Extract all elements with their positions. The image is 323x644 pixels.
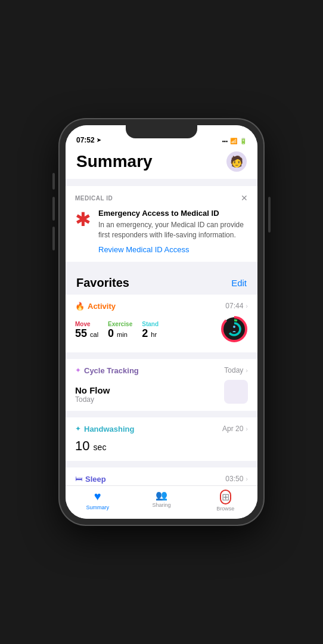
- sharing-label: Sharing: [152, 502, 170, 508]
- cycle-values: No Flow Today: [75, 385, 110, 404]
- activity-ring: [220, 315, 248, 343]
- handwashing-meta: Apr 20 ›: [222, 425, 248, 433]
- move-value: 55 cal: [75, 327, 98, 340]
- phone-frame: 07:52 ➤ ▪▪▪ 📶 🔋 Summary 🧑 ME: [60, 119, 263, 525]
- medical-id-title: Emergency Access to Medical ID: [98, 209, 248, 218]
- activity-stats: Move 55 cal Exercise 0 min Stand 2 hr: [75, 321, 159, 340]
- cycle-name[interactable]: Cycle Tracking: [84, 366, 139, 375]
- activity-icon: 🔥: [75, 302, 85, 311]
- activity-card: 🔥 Activity 07:44 › Move 55 cal: [66, 295, 257, 352]
- cycle-subvalue: No Flow: [75, 385, 110, 395]
- activity-ring-container: [220, 315, 248, 345]
- cycle-title-row: ✦ Cycle Tracking: [75, 366, 139, 375]
- medical-id-card: MEDICAL ID ✕ ✱ Emergency Access to Medic…: [66, 186, 257, 262]
- activity-stats-row: Move 55 cal Exercise 0 min Stand 2 hr: [75, 315, 248, 345]
- cycle-subtext: Today: [75, 395, 110, 404]
- cycle-graphic: [224, 380, 248, 404]
- exercise-value: 0 min: [108, 327, 132, 340]
- status-icons: ▪▪▪ 📶 🔋: [222, 138, 247, 144]
- medical-id-header: MEDICAL ID ✕: [75, 193, 248, 203]
- sleep-name[interactable]: Sleep: [85, 475, 106, 484]
- svg-point-4: [233, 326, 235, 328]
- favorites-header: Favorites Edit: [66, 269, 257, 295]
- browse-label: Browse: [216, 506, 234, 512]
- move-stat: Move 55 cal: [75, 321, 98, 340]
- exercise-label: Exercise: [108, 321, 132, 327]
- medical-id-text: Emergency Access to Medical ID In an eme…: [98, 209, 248, 255]
- status-time: 07:52 ➤: [76, 136, 101, 144]
- sleep-icon: 🛏: [75, 475, 82, 483]
- scroll-content: Summary 🧑 MEDICAL ID ✕ ✱ Emergency Acces…: [66, 147, 257, 485]
- stand-label: Stand: [142, 321, 159, 327]
- cycle-tracking-card: ✦ Cycle Tracking Today › No Flow Today: [66, 359, 257, 411]
- page-header: Summary 🧑: [66, 147, 257, 179]
- activity-time: 07:44: [225, 302, 243, 310]
- cycle-body: No Flow Today: [75, 380, 248, 404]
- sharing-icon: 👥: [156, 490, 167, 501]
- activity-title-row: 🔥 Activity: [75, 302, 116, 311]
- edit-button[interactable]: Edit: [231, 278, 247, 288]
- handwashing-icon: ✦: [75, 425, 81, 433]
- cycle-chevron: ›: [246, 367, 248, 374]
- medical-asterisk-icon: ✱: [75, 210, 91, 229]
- sleep-header: 🛏 Sleep 03:50 ›: [75, 475, 248, 484]
- handwashing-title-row: ✦ Handwashing: [75, 425, 135, 434]
- avatar[interactable]: 🧑: [226, 151, 247, 172]
- handwashing-header: ✦ Handwashing Apr 20 ›: [75, 425, 248, 434]
- gap3: [66, 462, 257, 467]
- favorites-title: Favorites: [76, 276, 129, 290]
- tab-sharing[interactable]: 👥 Sharing: [129, 490, 193, 512]
- medical-id-body: ✱ Emergency Access to Medical ID In an e…: [75, 209, 248, 255]
- sleep-title-row: 🛏 Sleep: [75, 475, 106, 484]
- summary-label: Summary: [86, 504, 109, 510]
- sleep-chevron: ›: [246, 475, 248, 482]
- activity-header: 🔥 Activity 07:44 ›: [75, 302, 248, 311]
- browse-ring: ⊞: [220, 490, 231, 504]
- handwashing-value: 10 sec: [75, 438, 248, 454]
- review-link[interactable]: Review Medical ID Access: [98, 245, 189, 254]
- stand-value: 2 hr: [142, 327, 159, 340]
- exercise-stat: Exercise 0 min: [108, 321, 132, 340]
- activity-chevron: ›: [246, 302, 248, 309]
- cycle-icon: ✦: [75, 366, 81, 374]
- stand-stat: Stand 2 hr: [142, 321, 159, 340]
- sleep-card: 🛏 Sleep 03:50 › 7 hr 2 min: [66, 467, 257, 485]
- browse-icon: ⊞: [222, 491, 229, 503]
- cycle-meta: Today ›: [224, 366, 248, 374]
- tab-browse[interactable]: ⊞ Browse: [194, 490, 257, 512]
- sleep-meta: 03:50 ›: [225, 475, 248, 483]
- summary-icon: ♥: [94, 490, 101, 503]
- medical-id-description: In an emergency, your Medical ID can pro…: [98, 220, 248, 240]
- notch: [126, 125, 197, 138]
- tab-bar: ♥ Summary 👥 Sharing ⊞ Browse: [66, 485, 257, 519]
- handwashing-name[interactable]: Handwashing: [84, 425, 135, 434]
- wifi-icon: 📶: [230, 138, 237, 144]
- gap1: [66, 353, 257, 359]
- tab-summary[interactable]: ♥ Summary: [66, 490, 129, 512]
- handwashing-chevron: ›: [246, 425, 248, 432]
- close-button[interactable]: ✕: [241, 193, 248, 203]
- location-icon: ➤: [97, 137, 101, 143]
- cycle-header: ✦ Cycle Tracking Today ›: [75, 366, 248, 375]
- handwashing-card: ✦ Handwashing Apr 20 › 10 sec: [66, 417, 257, 461]
- cycle-time: Today: [224, 366, 243, 374]
- activity-name[interactable]: Activity: [88, 302, 116, 311]
- page-title: Summary: [76, 152, 153, 171]
- sleep-time: 03:50: [225, 475, 243, 483]
- activity-meta: 07:44 ›: [225, 302, 248, 310]
- signal-icon: ▪▪▪: [222, 138, 228, 144]
- battery-icon: 🔋: [240, 138, 247, 144]
- phone-screen: 07:52 ➤ ▪▪▪ 📶 🔋 Summary 🧑 ME: [66, 125, 257, 519]
- handwashing-time: Apr 20: [222, 425, 243, 433]
- gap2: [66, 411, 257, 417]
- move-label: Move: [75, 321, 98, 327]
- medical-id-label: MEDICAL ID: [75, 195, 113, 202]
- time-display: 07:52: [76, 136, 95, 144]
